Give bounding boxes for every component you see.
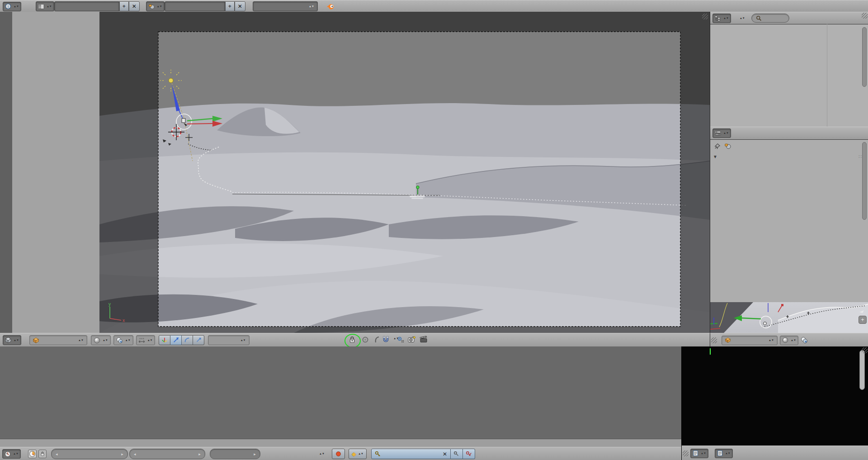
render-panel-header[interactable]: ▼ ∷∷ bbox=[713, 154, 866, 160]
text-editor-corner-widget[interactable] bbox=[862, 347, 868, 353]
viewport-3d[interactable]: y x bbox=[99, 12, 710, 333]
text-editor[interactable]: ▲▼ ▲▼ bbox=[681, 346, 868, 460]
editor-type-info-icon[interactable]: i ▲▼ bbox=[3, 2, 21, 11]
frames-seconds-toggle-icon[interactable] bbox=[28, 450, 37, 458]
blender-logo bbox=[326, 3, 335, 10]
outliner-corner-widget[interactable] bbox=[862, 13, 868, 19]
snap-curve-icon[interactable] bbox=[373, 336, 381, 343]
render-engine-select[interactable]: ▲▼ bbox=[253, 1, 318, 11]
text-editor-header: ▲▼ ▲▼ bbox=[682, 446, 868, 460]
snap-element-icon[interactable] bbox=[397, 336, 404, 343]
timeline-lock-icon[interactable] bbox=[38, 450, 47, 458]
viewport-corner-widget[interactable] bbox=[702, 14, 708, 19]
manipulator-translate-button[interactable] bbox=[170, 335, 182, 345]
viewport-shading-select[interactable]: ▲▼ bbox=[91, 335, 111, 345]
delete-scene-button[interactable]: ✕ bbox=[235, 1, 245, 11]
pivot-center-select[interactable]: ▲▼ bbox=[113, 335, 133, 345]
properties-scrollbar[interactable] bbox=[862, 142, 867, 220]
viewport-scene-render bbox=[99, 12, 710, 333]
mode-select[interactable]: ▲▼ bbox=[29, 335, 87, 345]
frame-start-field[interactable]: ◂ ▸ bbox=[51, 449, 128, 459]
outliner-search-field[interactable] bbox=[751, 14, 789, 23]
timeline-editor[interactable]: ▲▼ ◂ ▸ ◂ ▸ ▸ ▲▼ bbox=[0, 346, 681, 460]
auto-keyframe-record-button[interactable] bbox=[332, 449, 345, 459]
tool-shelf-tab-strip bbox=[0, 12, 12, 333]
editor-type-properties-icon[interactable]: ▲▼ bbox=[712, 128, 731, 138]
add-scene-button[interactable]: + bbox=[225, 1, 235, 11]
delete-layout-button[interactable]: ✕ bbox=[129, 1, 140, 11]
editor-type-3dview-icon[interactable]: ▲▼ bbox=[3, 335, 21, 345]
record-icon bbox=[335, 451, 341, 457]
insert-keyframe-button[interactable] bbox=[451, 449, 463, 459]
add-layout-button[interactable]: + bbox=[119, 1, 129, 11]
text-cursor bbox=[710, 348, 711, 355]
mini-shading-select[interactable]: ▲▼ bbox=[780, 336, 798, 345]
outliner-header: ▲▼ ▲▼ bbox=[710, 12, 868, 24]
manipulator-buttons bbox=[159, 335, 204, 345]
properties-header: ▲▼ bbox=[710, 127, 868, 140]
delete-keyframe-button[interactable] bbox=[463, 449, 475, 459]
axis-mini-gizmo: y x bbox=[103, 302, 126, 323]
timeline-header: ▲▼ ◂ ▸ ◂ ▸ ▸ ▲▼ bbox=[0, 447, 681, 460]
annotation-green-circle bbox=[344, 334, 361, 348]
search-icon bbox=[756, 15, 762, 21]
timeline-ruler[interactable] bbox=[0, 439, 681, 447]
viewport-header: ▲▼ ▲▼ ▲▼ ▲▼ ▲▼ bbox=[0, 333, 710, 347]
top-header-bar: i ▲▼ ▲▼ + ✕ ▲▼ + ✕ ▲▼ bbox=[0, 0, 868, 13]
blender-window: i ▲▼ ▲▼ + ✕ ▲▼ + ✕ ▲▼ bbox=[0, 0, 868, 460]
text-editor-scrollbar[interactable] bbox=[859, 350, 865, 390]
manipulator-axes-icon[interactable] bbox=[159, 335, 170, 345]
outliner-scrollbar[interactable] bbox=[862, 27, 867, 87]
transform-orientation-select[interactable]: ▲▼ bbox=[208, 335, 250, 345]
mini-viewport-3d[interactable]: + bbox=[710, 302, 868, 333]
proportional-edit-select[interactable] bbox=[362, 336, 369, 343]
opengl-render-anim-icon[interactable] bbox=[420, 336, 428, 343]
clear-keying-set-icon[interactable]: ✕ bbox=[443, 451, 447, 457]
svg-text:x: x bbox=[123, 318, 125, 323]
manipulator-widget-toggle[interactable]: ▲▼ bbox=[136, 335, 155, 345]
mini-view-add-region-button[interactable]: + bbox=[859, 316, 867, 324]
scene-selector-icon[interactable]: ▲▼ bbox=[146, 1, 165, 11]
sync-mode-select[interactable]: ▲▼ bbox=[272, 453, 325, 455]
active-keying-set-field[interactable]: ✕ bbox=[371, 449, 451, 459]
editor-type-timeline-icon[interactable]: ▲▼ bbox=[2, 449, 21, 459]
outliner-filter-select[interactable]: ▲▼ bbox=[737, 17, 745, 19]
tool-shelf bbox=[0, 12, 100, 333]
outliner: ▲▼ ▲▼ bbox=[710, 12, 868, 127]
keying-mode-select[interactable]: ◆▲▼ bbox=[349, 449, 367, 459]
opengl-render-icon[interactable] bbox=[408, 336, 416, 343]
layout-name-field[interactable] bbox=[54, 1, 119, 11]
outliner-column-separators bbox=[827, 24, 827, 127]
scene-context-icon bbox=[724, 143, 731, 149]
layout-selector-icon[interactable]: ▲▼ bbox=[36, 1, 54, 11]
mini-viewport-scene bbox=[710, 302, 868, 333]
key-icon bbox=[375, 451, 381, 457]
text-header-corner-widget[interactable] bbox=[683, 451, 689, 456]
mini-viewport-header: ▲▼ ▲▼ bbox=[710, 333, 868, 347]
editor-type-text-icon[interactable]: ▲▼ bbox=[690, 449, 708, 458]
mini-pivot-icon[interactable] bbox=[801, 337, 808, 344]
current-frame-field[interactable]: ▸ bbox=[210, 449, 260, 459]
frame-end-field[interactable]: ◂ ▸ bbox=[129, 449, 205, 459]
keying-diamond-icon: ◆ bbox=[352, 451, 356, 457]
properties-context-breadcrumb bbox=[714, 142, 734, 151]
editor-type-outliner-icon[interactable]: ▲▼ bbox=[712, 14, 731, 23]
manipulator-scale-button[interactable] bbox=[193, 335, 204, 345]
scene-name-field[interactable] bbox=[165, 1, 225, 11]
manipulator-rotate-button[interactable] bbox=[182, 335, 193, 345]
text-datablock-select[interactable]: ▲▼ bbox=[715, 449, 733, 458]
mini-view-corner-widget[interactable] bbox=[711, 337, 717, 343]
snap-magnet-icon[interactable]: ▲▼ bbox=[382, 336, 399, 343]
svg-text:y: y bbox=[108, 302, 111, 307]
properties-editor: ▲▼ ▼ ∷∷ bbox=[710, 127, 868, 302]
pin-icon[interactable] bbox=[714, 143, 721, 150]
mini-mode-select[interactable]: ▲▼ bbox=[722, 336, 778, 345]
